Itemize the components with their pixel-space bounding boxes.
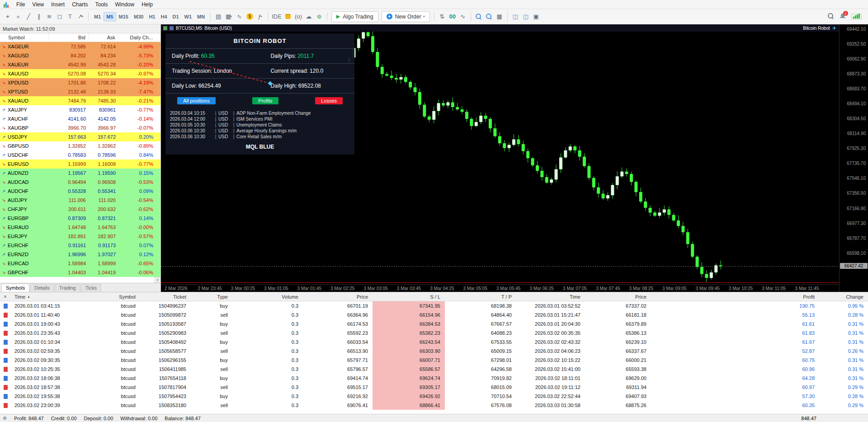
history-column-header[interactable]: Time▲ — [12, 292, 100, 301]
depth-of-market-icon[interactable]: 00 — [448, 11, 458, 22]
market-watch-row[interactable]: ↘XPTUSD2132.482138.93-7.47% — [0, 87, 160, 96]
notifications-bell-icon[interactable]: 1 — [840, 13, 846, 20]
market-watch-row[interactable]: ↗XAUJPY830917830961-0.77% — [0, 105, 160, 114]
trendline-icon[interactable]: ╱ — [24, 11, 33, 22]
candlestick-chart-icon[interactable]: ▦▾ — [224, 11, 234, 22]
channel-icon[interactable]: ∥ — [34, 11, 44, 22]
chart-menu-icon[interactable] — [163, 26, 167, 30]
history-column-header[interactable]: T / P — [445, 292, 516, 301]
menu-item-view[interactable]: View — [28, 0, 47, 9]
history-row[interactable]: 2026.03.02 01:10:34btcusd1505408492buy0.… — [0, 338, 868, 347]
menu-item-file[interactable]: File — [13, 0, 28, 9]
history-column-header[interactable]: Change — [819, 292, 868, 301]
market-watch-row[interactable]: ↘EURJPY182.891182.907-0.57% — [0, 232, 160, 241]
profits-button[interactable]: Profits — [252, 97, 278, 104]
history-column-header[interactable]: Volume — [232, 292, 303, 301]
indicators-icon[interactable]: ƒ▾ — [255, 11, 265, 22]
market-watch-row[interactable]: ↗EURNZD1.969961.970270.12% — [0, 250, 160, 259]
market-watch-row[interactable]: ↘AUDJPY111.006111.020-0.54% — [0, 196, 160, 205]
history-row[interactable]: 2026.03.01 11:40:40btcusd1505099872sell0… — [0, 310, 868, 319]
sort-icon[interactable]: ⇅ — [437, 11, 447, 22]
menu-item-insert[interactable]: Insert — [47, 0, 68, 9]
history-column-header[interactable]: Price — [585, 292, 651, 301]
market-watch-row[interactable]: ↘EURUSD1.159991.16008-0.77% — [0, 159, 160, 169]
chart-type-icon[interactable] — [170, 26, 174, 30]
menu-item-tools[interactable]: Tools — [92, 0, 112, 9]
timeframe-d1[interactable]: D1 — [170, 12, 182, 21]
timeframe-m15[interactable]: M15 — [116, 12, 131, 21]
history-row[interactable]: 2026.03.01 23:35:43btcusd1505290983sell0… — [0, 328, 868, 338]
timeframe-m5[interactable]: M5 — [104, 12, 116, 21]
market-watch-row[interactable]: ↘XAGUSD84.20284.234-5.73% — [0, 51, 160, 60]
market-watch-row[interactable]: ↗AUDCHF0.553280.553410.09% — [0, 187, 160, 196]
expert-advisor-label[interactable]: Bitcoin Robot✈ — [803, 25, 836, 31]
chart-area[interactable]: BTCUSD,M5: Bitcoin (USD) 69442.1069252.5… — [161, 24, 868, 292]
arrows-icon[interactable]: ↗▾ — [75, 11, 85, 22]
dock-right-icon[interactable]: ◫ — [510, 11, 520, 22]
timeframe-h1[interactable]: H1 — [146, 12, 158, 21]
column-header-daily-change[interactable]: Daily Ch... — [118, 33, 160, 42]
history-row[interactable]: 2026.03.01 03:41:15btcusd1504996237buy0.… — [0, 301, 868, 310]
tile-windows-icon[interactable]: ▦ — [495, 11, 505, 22]
history-row[interactable]: 2026.03.02 23:00:39btcusd1508353180sell0… — [0, 401, 868, 410]
history-column-header[interactable]: Type — [191, 292, 232, 301]
ide-button[interactable]: IDE — [271, 11, 283, 22]
zoom-in-icon[interactable] — [474, 11, 484, 22]
history-row[interactable]: 2026.03.02 18:06:38btcusd1507654118buy0.… — [0, 374, 868, 383]
timeframe-m1[interactable]: M1 — [91, 12, 104, 21]
history-column-header[interactable]: Price — [303, 292, 373, 301]
history-row[interactable]: 2026.03.02 02:59:35btcusd1505658577sell0… — [0, 347, 868, 356]
timeframe-h4[interactable]: H4 — [158, 12, 170, 21]
history-row[interactable]: 2026.03.02 10:25:35btcusd1506411985sell0… — [0, 365, 868, 374]
market-watch-row[interactable]: ↗XAUCHF4141.604142.05-0.14% — [0, 114, 160, 123]
close-history-icon[interactable]: × — [0, 292, 12, 301]
market-watch-row[interactable]: ↘EURAUD1.647481.64763-0.00% — [0, 223, 160, 232]
fibonacci-icon[interactable]: ≋ — [44, 11, 54, 22]
market-watch-row[interactable]: ↗EURCHF0.911610.911730.07% — [0, 241, 160, 250]
column-header-symbol[interactable]: Symbol — [0, 33, 49, 42]
market-watch-row[interactable]: ↘CHFJPY200.611200.632-0.62% — [0, 205, 160, 214]
history-column-header[interactable]: Symbol — [100, 292, 140, 301]
zoom-out-icon[interactable] — [484, 11, 494, 22]
tab-details[interactable]: Details — [30, 284, 54, 292]
time-axis[interactable]: 2 Mar 20262 Mar 23:453 Mar 00:253 Mar 01… — [161, 284, 839, 292]
timeframe-w1[interactable]: W1 — [182, 12, 195, 21]
menu-item-window[interactable]: Window — [112, 0, 138, 9]
market-watch-row[interactable]: ↗USDJPY157.663157.6720.20% — [0, 132, 160, 141]
market-watch-row[interactable]: ↘XAUGBP3966.703966.97-0.07% — [0, 123, 160, 132]
timeframe-m30[interactable]: M30 — [131, 12, 146, 21]
market-watch-row[interactable]: ↗AUDNZD1.195671.195900.15% — [0, 169, 160, 178]
tab-ticks[interactable]: Ticks — [81, 284, 101, 292]
text-icon[interactable]: T — [65, 11, 75, 22]
vps-cloud-icon[interactable]: ☁ — [304, 11, 314, 22]
history-row[interactable]: 2026.03.02 19:55:38btcusd1507954423buy0.… — [0, 392, 868, 401]
history-column-header[interactable]: Profit — [651, 292, 819, 301]
search-icon[interactable] — [828, 13, 834, 20]
price-axis[interactable]: 69442.1069252.5069062.9068873.3068683.70… — [839, 24, 868, 292]
timeframe-mn[interactable]: MN — [194, 12, 208, 21]
algo-trading-button[interactable]: ▶Algo Trading — [331, 11, 378, 22]
bar-chart-icon[interactable]: ▤ — [213, 11, 223, 22]
market-icon[interactable] — [283, 11, 293, 22]
tick-chart-icon[interactable]: ∿ — [458, 11, 468, 22]
market-watch-row[interactable]: ↘AUDCAD0.964940.96508-0.53% — [0, 178, 160, 187]
losses-button[interactable]: Losses — [315, 97, 343, 104]
tab-trading[interactable]: Trading — [55, 284, 80, 292]
community-icon[interactable]: ⊚ — [314, 11, 324, 22]
all-positions-button[interactable]: All positions — [177, 97, 216, 104]
menu-item-help[interactable]: Help — [138, 0, 156, 9]
history-row[interactable]: 2026.03.02 09:30:35btcusd1506296155buy0.… — [0, 356, 868, 365]
history-row[interactable]: 2026.03.01 19:00:43btcusd1505193587buy0.… — [0, 319, 868, 328]
column-header-ask[interactable]: Ask — [89, 33, 118, 42]
signals-icon[interactable]: (o) — [293, 11, 303, 22]
shapes-icon[interactable]: ◻ — [55, 11, 65, 22]
market-watch-row[interactable]: ↘XAUEUR4542.994543.28-0.20% — [0, 60, 160, 69]
market-watch-scrollbar[interactable]: ∨ — [155, 42, 160, 283]
tab-symbols[interactable]: Symbols — [1, 284, 29, 292]
market-watch-row[interactable]: ↘XPDUSD1701.861708.22-4.19% — [0, 78, 160, 87]
market-watch-row[interactable]: ↘GBPCHF1.044031.04419-0.06% — [0, 268, 160, 277]
line-chart-icon[interactable]: ∿ — [234, 11, 244, 22]
market-watch-row[interactable]: ↗USDCHF0.785830.785960.84% — [0, 150, 160, 159]
history-row[interactable]: 2026.03.02 18:57:38btcusd1507817904sell0… — [0, 383, 868, 392]
history-column-header[interactable]: Ticket — [140, 292, 191, 301]
